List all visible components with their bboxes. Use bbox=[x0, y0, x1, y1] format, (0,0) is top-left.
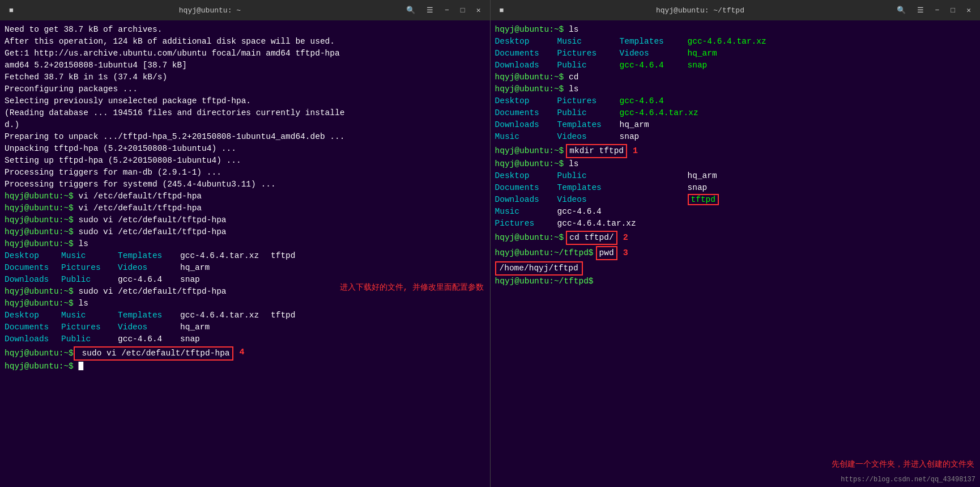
mkdir-cmd: mkdir tftpd bbox=[566, 144, 627, 158]
line-6: Preconfiguring packages ... bbox=[5, 83, 485, 95]
line-28-prompt: hqyj@ubuntu:~$ sudo vi /etc/default/tftp… bbox=[5, 346, 233, 361]
line-5: Fetched 38.7 kB in 1s (37.4 kB/s) bbox=[5, 71, 485, 83]
line-11: Unpacking tftpd-hpa (5.2+20150808-1ubunt… bbox=[5, 143, 485, 155]
r-ls2-5: Picturesgcc-4.6.4.tar.xz bbox=[495, 218, 976, 230]
right-close-icon[interactable]: ✕ bbox=[963, 5, 974, 16]
line-15: hqyj@ubuntu:~$ vi /etc/default/tftpd-hpa bbox=[5, 190, 485, 202]
left-titlebar-left: ■ bbox=[6, 5, 17, 16]
right-titlebar-left: ■ bbox=[496, 5, 508, 16]
r-line-10: MusicVideossnap bbox=[495, 131, 976, 143]
path-output-boxed: /home/hqyj/tftpd bbox=[495, 261, 583, 276]
line-25: DesktopMusicTemplatesgcc-4.6.4.tar.xztft… bbox=[5, 310, 485, 321]
boxed-pwd: hqyj@ubuntu:~/tftpd$ pwd 3 bbox=[495, 246, 976, 260]
label-2: 2 bbox=[623, 232, 628, 244]
cd-prompt: hqyj@ubuntu:~$ bbox=[495, 232, 564, 244]
line-20: DesktopMusicTemplatesgcc-4.6.4.tar.xztft… bbox=[5, 250, 485, 262]
r-line-1: hqyj@ubuntu:~$ ls bbox=[495, 24, 976, 36]
line-4: amd64 5.2+20150808-1ubuntu4 [38.7 kB] bbox=[5, 60, 485, 71]
r-line-6: hqyj@ubuntu:~$ ls bbox=[495, 83, 976, 95]
r-line-8: DocumentsPublicgcc-4.6.4.tar.xz bbox=[495, 107, 976, 119]
right-terminal-pane: ■ hqyj@ubuntu: ~/tftpd 🔍 ☰ − □ ✕ hqyj@ub… bbox=[491, 0, 981, 487]
line-13: Processing triggers for man-db (2.9.1-1)… bbox=[5, 167, 485, 179]
left-title-text: hqyj@ubuntu: ~ bbox=[179, 6, 241, 15]
line-29: hqyj@ubuntu:~$ █ bbox=[5, 361, 485, 372]
terminals-container: ■ hqyj@ubuntu: ~ 🔍 ☰ − □ ✕ Need to get 3… bbox=[0, 0, 980, 487]
tftpd-boxed: tftpd bbox=[688, 194, 719, 205]
r-line-3: DocumentsPicturesVideoshq_arm bbox=[495, 48, 976, 60]
left-terminal-icon: ■ bbox=[6, 5, 17, 16]
line-14: Processing triggers for systemd (245.4-4… bbox=[5, 179, 485, 190]
r-ls2-2: DocumentsTemplatessnap bbox=[495, 182, 976, 194]
left-annotation: 进入下载好的文件, 并修改里面配置参数 bbox=[340, 282, 484, 294]
boxed-cmd-4: hqyj@ubuntu:~$ sudo vi /etc/default/tftp… bbox=[5, 346, 233, 361]
boxed-mkdir: hqyj@ubuntu:~$ mkdir tftpd 1 bbox=[495, 144, 976, 158]
label-3: 3 bbox=[623, 247, 628, 260]
line-8: (Reading database ... 194516 files and d… bbox=[5, 107, 485, 119]
r-line-5: hqyj@ubuntu:~$ cd bbox=[495, 71, 976, 83]
r-ls2-3: DownloadsVideostftpd bbox=[495, 194, 976, 206]
r-last-prompt: hqyj@ubuntu:~/tftpd$ bbox=[495, 276, 976, 287]
right-search-icon[interactable]: 🔍 bbox=[893, 5, 909, 16]
line-3: Get:1 http://us.archive.ubuntu.com/ubunt… bbox=[5, 48, 485, 60]
r-line-7: DesktopPicturesgcc-4.6.4 bbox=[495, 95, 976, 107]
left-terminal-body: Need to get 38.7 kB of archives. After t… bbox=[0, 20, 490, 487]
mkdir-prompt: hqyj@ubuntu:~$ bbox=[495, 145, 564, 157]
line-17: hqyj@ubuntu:~$ sudo vi /etc/default/tftp… bbox=[5, 214, 485, 226]
r-line-ls2: hqyj@ubuntu:~$ ls bbox=[495, 158, 976, 170]
right-title-text: hqyj@ubuntu: ~/tftpd bbox=[656, 6, 744, 15]
line-21: DocumentsPicturesVideoshq_arm bbox=[5, 262, 485, 274]
left-search-icon[interactable]: 🔍 bbox=[403, 5, 419, 16]
line-18: hqyj@ubuntu:~$ sudo vi /etc/default/tftp… bbox=[5, 226, 485, 238]
label-1: 1 bbox=[633, 145, 638, 158]
right-terminal-body: hqyj@ubuntu:~$ ls DesktopMusicTemplatesg… bbox=[491, 20, 981, 487]
cd-cmd: cd tftpd/ bbox=[566, 231, 617, 245]
boxed-cd: hqyj@ubuntu:~$ cd tftpd/ 2 bbox=[495, 231, 976, 245]
bottom-link: https://blog.csdn.net/qq_43498137 bbox=[841, 475, 975, 485]
line-12: Setting up tftpd-hpa (5.2+20150808-1ubun… bbox=[5, 155, 485, 167]
label-4: 4 bbox=[240, 346, 245, 359]
left-titlebar: ■ hqyj@ubuntu: ~ 🔍 ☰ − □ ✕ bbox=[0, 0, 490, 20]
r-ls2-1: DesktopPublichq_arm bbox=[495, 170, 976, 182]
r-line-9: DownloadsTemplateshq_arm bbox=[495, 119, 976, 131]
line-7: Selecting previously unselected package … bbox=[5, 95, 485, 107]
left-min-icon[interactable]: − bbox=[441, 5, 453, 16]
line-24: hqyj@ubuntu:~$ ls bbox=[5, 298, 485, 310]
right-menu-icon[interactable]: ☰ bbox=[914, 5, 927, 16]
right-terminal-icon: ■ bbox=[496, 5, 508, 16]
pwd-cmd: pwd bbox=[596, 246, 617, 260]
right-annotation: 先创建一个文件夹，并进入创建的文件夹 bbox=[832, 459, 974, 470]
line-9: d.) bbox=[5, 119, 485, 131]
line-19: hqyj@ubuntu:~$ ls bbox=[5, 238, 485, 250]
right-max-icon[interactable]: □ bbox=[947, 5, 958, 16]
line-2: After this operation, 124 kB of addition… bbox=[5, 36, 485, 48]
left-close-icon[interactable]: ✕ bbox=[473, 5, 484, 16]
left-titlebar-right: 🔍 ☰ − □ ✕ bbox=[403, 5, 484, 16]
r-line-4: DownloadsPublicgcc-4.6.4snap bbox=[495, 60, 976, 71]
line-27: DownloadsPublicgcc-4.6.4snap bbox=[5, 333, 485, 345]
right-titlebar: ■ hqyj@ubuntu: ~/tftpd 🔍 ☰ − □ ✕ bbox=[491, 0, 981, 20]
line-1: Need to get 38.7 kB of archives. bbox=[5, 24, 485, 36]
left-menu-icon[interactable]: ☰ bbox=[423, 5, 437, 16]
r-line-2: DesktopMusicTemplatesgcc-4.6.4.tar.xz bbox=[495, 36, 976, 48]
right-titlebar-right: 🔍 ☰ − □ ✕ bbox=[893, 5, 974, 16]
r-ls2-4: Musicgcc-4.6.4 bbox=[495, 206, 976, 218]
line-10: Preparing to unpack .../tftpd-hpa_5.2+20… bbox=[5, 131, 485, 143]
line-16: hqyj@ubuntu:~$ vi /etc/default/tftpd-hpa bbox=[5, 202, 485, 214]
left-terminal-pane: ■ hqyj@ubuntu: ~ 🔍 ☰ − □ ✕ Need to get 3… bbox=[0, 0, 491, 487]
right-min-icon[interactable]: − bbox=[932, 5, 943, 16]
pwd-prompt: hqyj@ubuntu:~/tftpd$ bbox=[495, 247, 594, 259]
left-max-icon[interactable]: □ bbox=[457, 5, 468, 16]
line-26: DocumentsPicturesVideoshq_arm bbox=[5, 321, 485, 333]
